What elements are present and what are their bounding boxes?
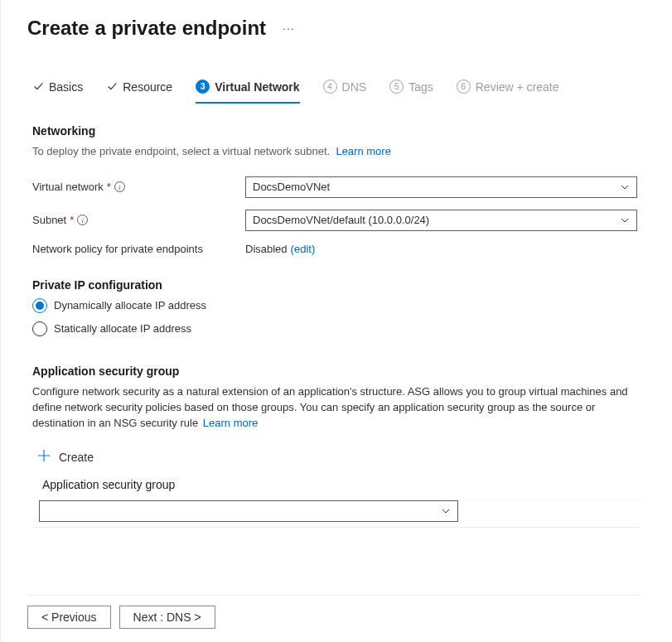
previous-button[interactable]: < Previous <box>27 606 111 629</box>
step-number-badge: 4 <box>323 80 337 94</box>
step-number-badge: 6 <box>457 80 471 94</box>
tab-basics[interactable]: Basics <box>32 75 83 104</box>
check-icon <box>32 81 44 93</box>
chevron-down-icon <box>441 506 451 516</box>
tab-virtual-network[interactable]: 3 Virtual Network <box>196 75 299 104</box>
tab-resource-label: Resource <box>123 80 172 94</box>
ip-config-heading: Private IP configuration <box>32 278 641 292</box>
network-policy-label: Network policy for private endpoints <box>32 243 203 255</box>
asg-create-label: Create <box>59 451 94 464</box>
radio-dynamic-ip[interactable] <box>32 298 47 313</box>
plus-icon <box>37 449 51 465</box>
networking-desc: To deploy the private endpoint, select a… <box>32 145 330 157</box>
asg-heading: Application security group <box>32 364 641 378</box>
asg-desc: Configure network security as a natural … <box>32 385 628 429</box>
networking-heading: Networking <box>32 124 641 138</box>
tab-tags[interactable]: 5 Tags <box>389 75 433 104</box>
asg-select[interactable] <box>39 500 458 522</box>
tab-dns[interactable]: 4 DNS <box>323 75 367 104</box>
tab-vnet-label: Virtual Network <box>215 80 299 94</box>
next-button[interactable]: Next : DNS > <box>119 606 215 629</box>
required-indicator: * <box>70 214 74 226</box>
asg-create-button[interactable]: Create <box>32 444 641 478</box>
radio-dynamic-label[interactable]: Dynamically allocate IP address <box>54 299 206 311</box>
radio-static-label[interactable]: Statically allocate IP address <box>54 322 191 335</box>
tab-review-create[interactable]: 6 Review + create <box>457 75 559 104</box>
chevron-down-icon <box>620 215 630 225</box>
wizard-tabs: Basics Resource 3 Virtual Network 4 DNS … <box>1 50 672 103</box>
network-policy-edit-link[interactable]: (edit) <box>291 243 316 255</box>
page-title: Create a private endpoint <box>27 17 266 40</box>
info-icon[interactable]: i <box>114 181 125 192</box>
asg-column-label: Application security group <box>32 478 641 500</box>
virtual-network-select[interactable]: DocsDemoVNet <box>245 176 637 198</box>
subnet-label: Subnet <box>32 214 66 226</box>
required-indicator: * <box>107 181 111 193</box>
tab-review-label: Review + create <box>476 80 559 94</box>
chevron-down-icon <box>620 182 630 192</box>
tab-dns-label: DNS <box>342 80 367 94</box>
tab-tags-label: Tags <box>409 80 433 94</box>
info-icon[interactable]: i <box>77 215 88 225</box>
subnet-value: DocsDemoVNet/default (10.0.0.0/24) <box>253 214 429 226</box>
virtual-network-value: DocsDemoVNet <box>253 181 330 193</box>
tab-resource[interactable]: Resource <box>106 75 172 104</box>
step-number-badge: 3 <box>196 80 210 94</box>
networking-learn-more-link[interactable]: Learn more <box>336 145 390 157</box>
subnet-select[interactable]: DocsDemoVNet/default (10.0.0.0/24) <box>245 210 637 231</box>
tab-basics-label: Basics <box>49 80 83 94</box>
virtual-network-label: Virtual network <box>32 181 104 193</box>
asg-learn-more-link[interactable]: Learn more <box>203 417 258 429</box>
more-actions-button[interactable]: ··· <box>278 18 300 38</box>
radio-static-ip[interactable] <box>32 321 47 336</box>
check-icon <box>106 81 118 93</box>
step-number-badge: 5 <box>389 80 404 94</box>
network-policy-value: Disabled <box>245 243 288 255</box>
